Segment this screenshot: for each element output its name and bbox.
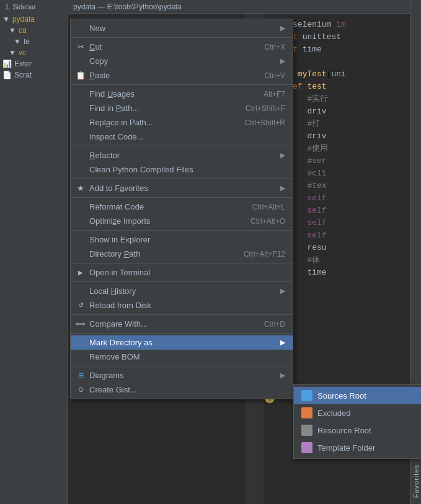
menu-item-reformat[interactable]: Reformat Code Ctrl+Alt+L	[71, 200, 293, 214]
excluded-icon	[301, 407, 312, 418]
sidebar-item-external[interactable]: 📊 Exter	[0, 58, 68, 69]
paste-icon: 📋	[74, 71, 87, 80]
menu-label-terminal: Open in Terminal	[89, 268, 150, 277]
refactor-arrow: ▶	[280, 151, 285, 159]
menu-label-paste: Paste	[89, 71, 110, 80]
compare-shortcut: Ctrl+D	[264, 320, 285, 329]
resource-root-icon	[301, 425, 312, 436]
menu-label-refactor: Refactor	[89, 151, 120, 160]
menu-item-find-path[interactable]: Find in Path... Ctrl+Shift+F	[71, 101, 293, 115]
new-arrow: ▶	[280, 24, 285, 32]
reload-icon: ↺	[74, 301, 87, 309]
separator-11	[71, 366, 293, 366]
submenu-item-template-folder[interactable]: Template Folder	[294, 439, 421, 456]
menu-item-optimize[interactable]: Optimize Imports Ctrl+Alt+O	[71, 214, 293, 228]
folder-label-ca: ca	[19, 26, 27, 35]
cut-shortcut: Ctrl+X	[264, 43, 285, 51]
folder-label-te: te	[24, 37, 30, 46]
folder-icon-te: ▼	[14, 37, 21, 46]
menu-item-new[interactable]: New ▶	[71, 21, 293, 35]
sidebar-title: 1. Sidebar	[5, 3, 36, 11]
terminal-icon: ▶	[74, 269, 87, 276]
diagrams-icon: ⊞	[74, 371, 87, 379]
context-menu: New ▶ ✂ Cut Ctrl+X Copy ▶ 📋 Paste Ctrl+V…	[70, 19, 293, 399]
sidebar-item-scratch[interactable]: 📄 Scrat	[0, 69, 68, 81]
menu-item-copy[interactable]: Copy ▶	[71, 54, 293, 68]
separator-1	[71, 37, 293, 38]
sources-root-icon	[301, 390, 312, 401]
gist-icon: ⊙	[74, 386, 87, 394]
separator-5	[71, 197, 293, 198]
favorites-arrow: ▶	[280, 184, 285, 192]
copy-arrow: ▶	[280, 57, 285, 65]
compare-icon: ⟺	[74, 320, 87, 328]
menu-label-inspect-code: Inspect Code...	[89, 132, 143, 141]
menu-label-remove-bom: Remove BOM	[89, 352, 140, 361]
separator-2	[71, 84, 293, 85]
find-path-shortcut: Ctrl+Shift+F	[246, 104, 285, 113]
menu-label-clean: Clean Python Compiled Files	[89, 165, 193, 174]
optimize-shortcut: Ctrl+Alt+O	[250, 217, 285, 226]
excluded-label: Excluded	[317, 409, 350, 418]
sidebar-item-ca[interactable]: ▼ ca	[0, 25, 68, 36]
menu-item-remove-bom[interactable]: Remove BOM	[71, 350, 293, 364]
menu-item-favorites[interactable]: ★ Add to Favorites ▶	[71, 181, 293, 195]
sidebar-item-te[interactable]: ▼ te	[0, 36, 68, 47]
menu-label-find-usages: Find Usages	[89, 89, 135, 99]
menu-label-cut: Cut	[89, 42, 102, 51]
menu-label-dir-path: Directory Path	[89, 249, 140, 259]
folder-icon-vc: ▼	[9, 48, 16, 57]
submenu-item-excluded[interactable]: Excluded	[294, 404, 421, 422]
cut-icon: ✂	[74, 42, 87, 51]
favorites-bar-label: Favorites	[412, 464, 420, 498]
submenu-item-resource-root[interactable]: Resource Root	[294, 422, 421, 439]
scratch-icon: 📄	[2, 71, 12, 79]
separator-10	[71, 333, 293, 334]
menu-label-favorites: Add to Favorites	[89, 183, 148, 193]
editor-tab-bar: pydata — E:\tools\Python\pydata	[68, 0, 410, 14]
sources-root-label: Sources Root	[317, 391, 366, 400]
menu-label-gist: Create Gist...	[89, 385, 137, 394]
menu-label-local-history: Local History	[89, 286, 136, 296]
menu-item-clean-python[interactable]: Clean Python Compiled Files	[71, 162, 293, 177]
menu-item-explorer[interactable]: Show in Explorer	[71, 232, 293, 247]
menu-label-new: New	[89, 24, 105, 33]
separator-6	[71, 230, 293, 231]
menu-item-diagrams[interactable]: ⊞ Diagrams ▶	[71, 368, 293, 382]
menu-item-inspect-code[interactable]: Inspect Code...	[71, 130, 293, 144]
menu-item-dir-path[interactable]: Directory Path Ctrl+Alt+F12	[71, 247, 293, 261]
menu-item-terminal[interactable]: ▶ Open in Terminal	[71, 265, 293, 280]
menu-label-reformat: Reformat Code	[89, 202, 144, 211]
sidebar: 1. Sidebar ▼ pydata ▼ ca ▼ te ▼ vc 📊 Ext…	[0, 0, 68, 504]
menu-item-local-history[interactable]: Local History ▶	[71, 284, 293, 298]
template-folder-icon	[301, 442, 312, 453]
menu-item-reload[interactable]: ↺ Reload from Disk	[71, 298, 293, 312]
submenu-item-sources-root[interactable]: Sources Root	[294, 387, 421, 404]
menu-item-cut[interactable]: ✂ Cut Ctrl+X	[71, 40, 293, 54]
local-history-arrow: ▶	[280, 287, 285, 295]
sidebar-item-vc[interactable]: ▼ vc	[0, 47, 68, 58]
favorites-icon: ★	[74, 183, 87, 193]
sidebar-item-pydata[interactable]: ▼ pydata	[0, 14, 68, 25]
menu-item-replace-path[interactable]: Replace in Path... Ctrl+Shift+R	[71, 115, 293, 130]
menu-label-replace-path: Replace in Path...	[89, 118, 153, 127]
menu-item-compare[interactable]: ⟺ Compare With... Ctrl+D	[71, 317, 293, 331]
menu-label-reload: Reload from Disk	[89, 301, 151, 310]
external-label: Exter	[14, 60, 32, 68]
menu-item-refactor[interactable]: Refactor ▶	[71, 148, 293, 162]
mark-directory-submenu: Sources Root Excluded Resource Root Temp…	[293, 384, 421, 459]
replace-path-shortcut: Ctrl+Shift+R	[245, 118, 285, 127]
menu-item-paste[interactable]: 📋 Paste Ctrl+V	[71, 68, 293, 82]
menu-label-mark-dir: Mark Directory as	[89, 338, 153, 347]
menu-label-explorer: Show in Explorer	[89, 235, 150, 244]
mark-dir-arrow: ▶	[280, 338, 285, 347]
separator-8	[71, 281, 293, 282]
tab-label: pydata — E:\tools\Python\pydata	[73, 2, 182, 11]
menu-item-mark-dir[interactable]: Mark Directory as ▶	[71, 335, 293, 350]
menu-item-find-usages[interactable]: Find Usages Alt+F7	[71, 87, 293, 101]
template-folder-label: Template Folder	[317, 443, 375, 453]
menu-label-copy: Copy	[89, 56, 108, 66]
menu-item-gist[interactable]: ⊙ Create Gist...	[71, 382, 293, 397]
folder-icon-ca: ▼	[9, 26, 16, 35]
menu-label-optimize: Optimize Imports	[89, 216, 150, 226]
